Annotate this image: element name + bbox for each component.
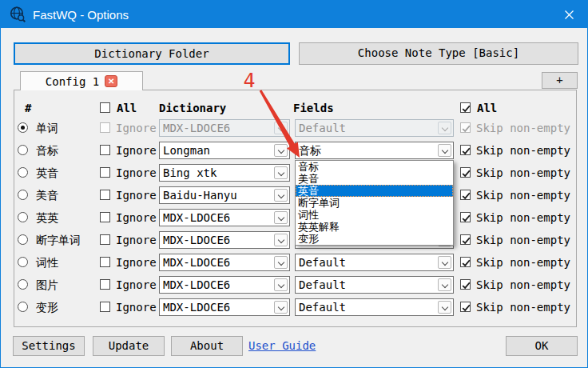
chevron-down-icon bbox=[274, 211, 288, 224]
ignore-label: Ignore bbox=[116, 276, 157, 294]
dictionary-value: Longman bbox=[163, 142, 272, 158]
tab-label: Config 1 bbox=[46, 75, 99, 88]
dropdown-item[interactable]: 音标 bbox=[296, 161, 453, 173]
dictionary-value: MDX-LDOCE6 bbox=[163, 120, 272, 136]
chevron-down-icon bbox=[438, 144, 451, 157]
close-button[interactable] bbox=[550, 1, 587, 28]
skip-label: Skip non-empty bbox=[476, 142, 570, 159]
dictionary-select[interactable]: MDX-LDOCE6 bbox=[159, 276, 290, 294]
ignore-label: Ignore bbox=[116, 209, 157, 226]
ignore-checkbox[interactable] bbox=[100, 167, 110, 178]
close-icon bbox=[565, 10, 574, 19]
chevron-down-icon bbox=[274, 301, 288, 314]
table-row: 音标 Ignore Longman 音标 Skip non-empty bbox=[1, 142, 588, 159]
chevron-down-icon bbox=[438, 301, 451, 314]
add-config-button[interactable]: + bbox=[542, 72, 578, 89]
row-radio[interactable] bbox=[18, 302, 28, 312]
all-skip-checkbox[interactable] bbox=[460, 102, 471, 113]
dictionary-folder-button[interactable]: Dictionary Folder bbox=[14, 42, 290, 65]
tab-close-icon[interactable]: ✕ bbox=[105, 75, 117, 87]
skip-label: Skip non-empty bbox=[476, 209, 570, 226]
title-bar: FastWQ - Options bbox=[1, 1, 587, 28]
dropdown-item[interactable]: 断字单词 bbox=[296, 197, 453, 209]
skip-checkbox[interactable] bbox=[460, 234, 471, 245]
skip-checkbox[interactable] bbox=[460, 190, 471, 200]
fields-select[interactable]: Default bbox=[295, 276, 454, 294]
fields-select[interactable]: 音标 bbox=[295, 142, 454, 159]
row-radio[interactable] bbox=[18, 167, 28, 178]
ignore-checkbox bbox=[100, 122, 110, 133]
dropdown-item[interactable]: 英英解释 bbox=[296, 221, 453, 233]
fields-dropdown-list: 音标美音英音断字单词词性英英解释变形 bbox=[295, 160, 454, 246]
dictionary-select[interactable]: MDX-LDOCE6 bbox=[159, 254, 290, 271]
fields-value: Default bbox=[299, 120, 435, 136]
annotation-number: 4 bbox=[240, 70, 259, 92]
dictionary-select[interactable]: MDX-LDOCE6 bbox=[159, 209, 290, 226]
table-row: 变形 Ignore MDX-LDOCE6 Default Skip non-em… bbox=[1, 298, 588, 316]
fields-select: Default bbox=[295, 119, 454, 137]
dictionary-select[interactable]: Bing xtk bbox=[159, 164, 290, 182]
ignore-label: Ignore bbox=[116, 119, 157, 137]
skip-label: Skip non-empty bbox=[476, 186, 570, 204]
chevron-down-icon bbox=[438, 278, 451, 291]
ignore-label: Ignore bbox=[116, 231, 157, 249]
table-row: 词性 Ignore MDX-LDOCE6 Default Skip non-em… bbox=[1, 254, 588, 271]
col-header-fields: Fields bbox=[293, 102, 334, 114]
row-radio[interactable] bbox=[18, 257, 28, 267]
all-ignore-checkbox[interactable] bbox=[100, 102, 110, 113]
ignore-checkbox[interactable] bbox=[100, 257, 110, 267]
dictionary-value: MDX-LDOCE6 bbox=[163, 232, 272, 248]
skip-checkbox[interactable] bbox=[460, 302, 471, 312]
row-label: 图片 bbox=[36, 276, 58, 294]
dictionary-value: MDX-LDOCE6 bbox=[163, 299, 272, 315]
dropdown-item[interactable]: 变形 bbox=[296, 233, 453, 245]
tab-config-1[interactable]: Config 1 ✕ bbox=[20, 71, 143, 90]
skip-label: Skip non-empty bbox=[476, 231, 570, 249]
row-radio[interactable] bbox=[18, 145, 28, 155]
row-radio[interactable] bbox=[18, 279, 28, 290]
ignore-checkbox[interactable] bbox=[100, 302, 110, 312]
chevron-down-icon bbox=[274, 144, 288, 157]
ignore-checkbox[interactable] bbox=[100, 234, 110, 245]
fields-select[interactable]: Default bbox=[295, 254, 454, 271]
fields-select[interactable]: Default bbox=[295, 298, 454, 316]
col-header-index: # bbox=[25, 102, 31, 114]
dropdown-item[interactable]: 美音 bbox=[296, 173, 453, 185]
row-radio[interactable] bbox=[18, 122, 28, 133]
row-label: 断字单词 bbox=[36, 231, 81, 249]
user-guide-link[interactable]: User Guide bbox=[248, 339, 316, 352]
chevron-down-icon bbox=[274, 234, 288, 246]
row-radio[interactable] bbox=[18, 190, 28, 200]
about-button[interactable]: About bbox=[171, 336, 243, 356]
table-row: 图片 Ignore MDX-LDOCE6 Default Skip non-em… bbox=[1, 276, 588, 294]
dictionary-select[interactable]: MDX-LDOCE6 bbox=[159, 231, 290, 249]
skip-checkbox[interactable] bbox=[460, 279, 471, 290]
row-label: 变形 bbox=[36, 298, 58, 316]
ok-button[interactable]: OK bbox=[506, 336, 578, 356]
dropdown-item[interactable]: 词性 bbox=[296, 209, 453, 221]
options-dialog: FastWQ - Options Dictionary Folder Choos… bbox=[0, 0, 588, 368]
settings-button[interactable]: Settings bbox=[13, 336, 85, 356]
row-radio[interactable] bbox=[18, 212, 28, 222]
dictionary-select[interactable]: Baidu-Hanyu bbox=[159, 186, 290, 204]
skip-checkbox bbox=[460, 122, 471, 133]
chevron-down-icon bbox=[274, 256, 288, 269]
ignore-checkbox[interactable] bbox=[100, 145, 110, 155]
table-row: 单词 Ignore MDX-LDOCE6 Default Skip non-em… bbox=[1, 119, 588, 137]
dropdown-item[interactable]: 英音 bbox=[296, 185, 453, 197]
dictionary-select[interactable]: Longman bbox=[159, 142, 290, 159]
skip-checkbox[interactable] bbox=[460, 257, 471, 267]
skip-checkbox[interactable] bbox=[460, 145, 471, 155]
row-radio[interactable] bbox=[18, 234, 28, 245]
fields-value: Default bbox=[299, 254, 435, 270]
ignore-checkbox[interactable] bbox=[100, 190, 110, 200]
ignore-checkbox[interactable] bbox=[100, 279, 110, 290]
ignore-checkbox[interactable] bbox=[100, 212, 110, 222]
skip-checkbox[interactable] bbox=[460, 212, 471, 222]
dictionary-select[interactable]: MDX-LDOCE6 bbox=[159, 298, 290, 316]
choose-note-type-button[interactable]: Choose Note Type [Basic] bbox=[299, 42, 578, 65]
update-button[interactable]: Update bbox=[93, 336, 165, 356]
col-header-dictionary: Dictionary bbox=[159, 102, 226, 114]
row-label: 英英 bbox=[36, 209, 58, 226]
skip-checkbox[interactable] bbox=[460, 167, 471, 178]
